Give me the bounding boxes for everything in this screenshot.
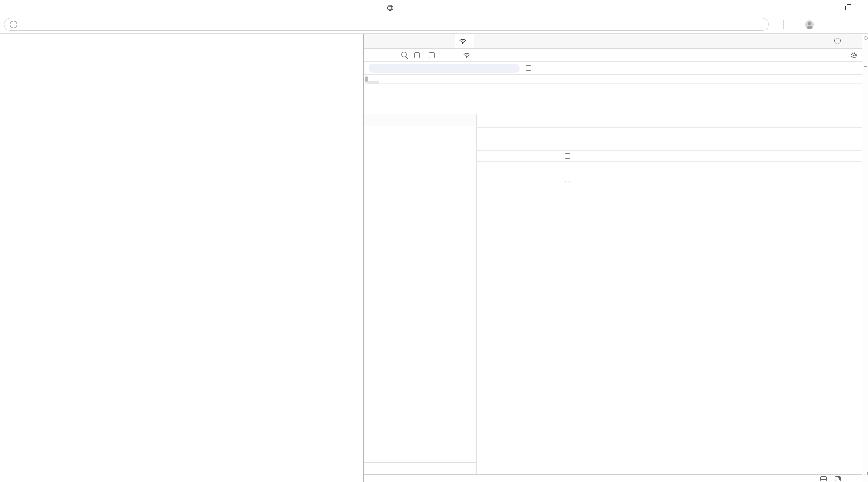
more-tabs-button[interactable]	[511, 34, 523, 48]
page-info-icon[interactable]	[10, 21, 17, 28]
load-event-line	[451, 81, 452, 114]
address-bar[interactable]	[4, 18, 769, 31]
system-monitor-overlay	[103, 2, 297, 14]
general-section	[477, 127, 862, 143]
toolbar-divider	[783, 20, 784, 29]
tab-initiator[interactable]	[518, 114, 528, 127]
name-column-header[interactable]	[364, 114, 476, 126]
devtools-tab-network[interactable]	[455, 34, 474, 48]
devtools-tab-bar	[364, 34, 862, 49]
preserve-log-checkbox[interactable]	[414, 52, 423, 58]
tab-response[interactable]	[507, 114, 518, 127]
globe-icon	[387, 4, 394, 11]
response-headers-section	[477, 150, 862, 167]
dock-side-icon[interactable]	[389, 34, 401, 48]
request-details	[477, 114, 862, 474]
devtools-tab-console[interactable]	[430, 34, 442, 48]
network-conditions-icon[interactable]	[463, 52, 470, 58]
minimize-button[interactable]	[814, 0, 836, 16]
checkbox-box	[526, 65, 531, 71]
raw-checkbox[interactable]	[565, 153, 570, 159]
inspect-element-icon[interactable]	[364, 34, 376, 48]
sidebar-top-icon[interactable]	[864, 36, 868, 40]
network-timeline[interactable]	[364, 75, 862, 114]
request-headers-section-header[interactable]	[477, 174, 862, 185]
waterfall-ghost-bar	[367, 81, 379, 84]
sidebar-divider	[864, 66, 867, 67]
devtools-panel	[364, 34, 862, 482]
close-details-icon[interactable]	[477, 114, 486, 127]
device-toolbar-icon[interactable]	[376, 34, 389, 48]
tab-preview[interactable]	[497, 114, 507, 127]
browser-titlebar	[0, 0, 868, 16]
invert-filter-checkbox[interactable]	[526, 65, 534, 71]
expand-drawer-icon[interactable]	[835, 476, 841, 481]
main-area	[0, 34, 868, 482]
devtools-tab-welcome[interactable]	[405, 34, 418, 48]
profile-avatar[interactable]	[805, 20, 814, 29]
filter-badge	[394, 50, 397, 53]
request-row-hello[interactable]	[364, 126, 476, 138]
headers-panel	[477, 127, 862, 474]
waterfall-bar	[367, 85, 382, 89]
raw-toggle[interactable]	[565, 177, 573, 182]
network-body	[364, 114, 862, 474]
network-toolbar	[364, 49, 862, 62]
response-headers-section-header[interactable]	[477, 150, 862, 162]
cpu-stat-badge	[103, 2, 159, 14]
raw-toggle[interactable]	[565, 153, 573, 159]
devtools-tab-elements[interactable]	[418, 34, 430, 48]
request-headers-section	[477, 174, 862, 190]
search-icon[interactable]	[401, 51, 408, 59]
ram-stat-badge	[223, 2, 258, 14]
devtools-tab-performance[interactable]	[474, 34, 486, 48]
wifi-icon	[459, 38, 466, 44]
request-list	[364, 114, 477, 474]
filter-divider	[540, 65, 540, 71]
tab-separator	[403, 37, 403, 45]
restore-button[interactable]	[836, 0, 858, 16]
window-controls	[814, 0, 868, 16]
network-filter-bar	[364, 62, 862, 75]
devtools-controls	[818, 34, 862, 48]
raw-checkbox[interactable]	[565, 177, 570, 182]
toolbar-icons	[776, 16, 828, 33]
gpu-stat-badge	[163, 2, 219, 14]
devtools-help-icon[interactable]	[834, 38, 841, 44]
domcontentloaded-line	[450, 81, 451, 114]
network-summary-bar	[364, 462, 476, 474]
checkbox-box	[429, 52, 435, 58]
fps-stat-badge	[262, 2, 297, 14]
devtools-tab-sources[interactable]	[442, 34, 455, 48]
disable-cache-checkbox[interactable]	[429, 52, 438, 58]
sidebar-bottom-icon[interactable]	[864, 472, 868, 475]
browser-toolbar	[0, 16, 868, 34]
dock-drawer-icon[interactable]	[820, 476, 827, 481]
details-tab-bar	[477, 114, 862, 127]
page-content	[0, 34, 364, 482]
browser-tab[interactable]	[387, 0, 398, 16]
devtools-tab-application[interactable]	[499, 34, 511, 48]
tab-headers[interactable]	[486, 114, 497, 127]
general-section-header[interactable]	[477, 127, 862, 138]
edge-sidebar	[862, 34, 868, 482]
request-list-empty-area	[364, 138, 476, 462]
checkbox-box	[414, 52, 420, 58]
devtools-tab-memory[interactable]	[486, 34, 499, 48]
close-button[interactable]	[858, 0, 868, 16]
tab-timing[interactable]	[528, 114, 539, 127]
filter-input[interactable]	[369, 64, 520, 73]
devtools-drawer	[364, 474, 862, 482]
network-settings-gear-icon[interactable]	[850, 52, 857, 59]
filter-toggle-icon[interactable]	[388, 52, 395, 58]
restore-icon	[845, 6, 849, 10]
record-network-log-button[interactable]	[369, 52, 375, 59]
ruler-line	[364, 83, 862, 84]
